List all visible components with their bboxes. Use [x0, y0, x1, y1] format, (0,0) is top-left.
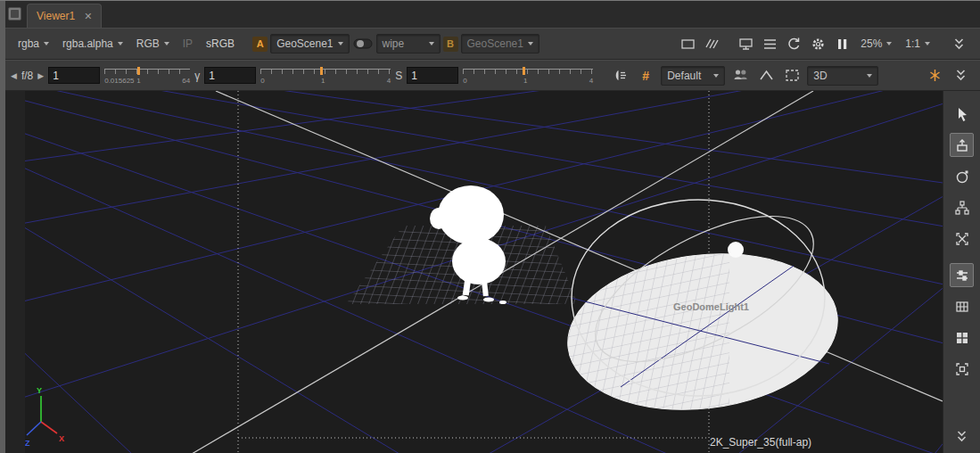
gamma-slider[interactable]: 0 1 4 — [260, 64, 391, 87]
3d-light-icon[interactable] — [609, 65, 630, 86]
gain-value: 1 — [53, 70, 59, 82]
viewer-toolbar-top: rgba rgba.alpha RGB IP sRGB A GeoScene1 … — [5, 28, 980, 60]
view-mode-dropdown[interactable]: 3D — [807, 66, 878, 86]
scanline-mode-icon[interactable] — [759, 33, 780, 54]
chevron-down-icon — [925, 42, 930, 45]
gain-slider[interactable]: 0.015625 1 64 — [104, 64, 190, 87]
collapse-row-chevrons-icon[interactable] — [950, 65, 971, 86]
geo-dome-light[interactable]: GeoDomeLight1 — [559, 186, 847, 424]
chevron-down-icon — [164, 42, 169, 45]
format-label: 2K_Super_35(full-ap) — [710, 436, 811, 449]
gain-input[interactable]: 1 — [48, 67, 100, 84]
viewer-side-toolbar — [943, 91, 980, 453]
collapse-row-chevrons-icon[interactable] — [948, 33, 969, 54]
saturation-label: S — [395, 70, 402, 82]
refresh-render-icon[interactable] — [783, 33, 804, 54]
grid-warp-button[interactable] — [950, 294, 974, 318]
gain-ruler — [104, 69, 190, 74]
multi-user-icon[interactable] — [729, 65, 751, 86]
scene-graph-button[interactable] — [950, 195, 974, 219]
fstop-label: f/8 — [21, 70, 33, 82]
gamma-tick-labels: 0 1 4 — [260, 77, 391, 86]
axis-x-label: X — [59, 434, 64, 443]
mask-overlay-icon[interactable] — [701, 33, 722, 54]
left-gutter — [5, 91, 25, 453]
layer-dropdown[interactable]: rgba — [12, 35, 54, 53]
channel-value: RGB — [136, 37, 160, 50]
input-a-source-dropdown[interactable]: GeoScene1 — [270, 34, 349, 54]
translate-tool-button[interactable] — [950, 133, 974, 157]
wipe-mode-dropdown[interactable]: wipe — [376, 34, 441, 54]
select-tool-button[interactable] — [950, 102, 974, 126]
chevron-down-icon — [528, 42, 533, 45]
chevron-down-icon — [886, 42, 892, 45]
saturation-value: 1 — [411, 70, 417, 82]
zoom-value: 25% — [861, 37, 882, 50]
rotate-tool-button[interactable] — [950, 164, 974, 188]
tab-viewer1[interactable]: Viewer1 ✕ — [27, 4, 102, 28]
proxy-scale-dropdown[interactable]: 1:1 — [900, 35, 935, 53]
gain-tick-labels: 0.015625 1 64 — [104, 77, 190, 86]
zoom-level-dropdown[interactable]: 25% — [855, 35, 897, 53]
tab-label: Viewer1 — [37, 10, 75, 22]
gamma-value: 1 — [209, 70, 215, 82]
overlay-value: Default — [667, 70, 701, 82]
wipe-center-toggle[interactable] — [352, 33, 374, 54]
prev-stop-button[interactable]: ◀ — [11, 71, 17, 80]
axis-z-label: Z — [25, 439, 30, 448]
saturation-input[interactable]: 1 — [407, 67, 458, 84]
gamma-label: γ — [194, 70, 200, 82]
tab-close-icon[interactable]: ✕ — [84, 11, 92, 22]
gamma-input[interactable]: 1 — [204, 67, 256, 84]
world-axis-lines — [192, 91, 943, 453]
pane-menu-button[interactable] — [8, 7, 21, 21]
collapse-side-toolbar-chevrons-icon[interactable] — [950, 424, 974, 449]
frame-selection-button[interactable] — [950, 357, 974, 381]
viewer-lut-button[interactable]: sRGB — [201, 35, 240, 53]
scene-canvas: GeoDomeLight1 2K_Super_35(full-ap) — [25, 91, 943, 453]
input-a-badge: A — [252, 37, 268, 52]
alpha-value: rgba.alpha — [62, 37, 113, 50]
saturation-ruler — [463, 69, 593, 74]
axis-y-label: Y — [37, 386, 42, 395]
proxy-value: 1:1 — [905, 37, 920, 50]
wipe-value: wipe — [383, 37, 405, 50]
chevron-down-icon — [44, 42, 49, 45]
viewer-window: Viewer1 ✕ rgba rgba.alpha RGB IP sRGB A … — [0, 0, 980, 453]
view-mode-value: 3D — [813, 70, 827, 82]
input-b-badge: B — [443, 37, 458, 52]
grid-snap-icon[interactable]: # — [635, 65, 656, 86]
saturation-tick-labels: 0 1 4 — [463, 77, 593, 86]
chevron-down-icon — [338, 42, 343, 45]
saturation-handle[interactable] — [523, 67, 525, 75]
gain-handle[interactable] — [137, 67, 140, 75]
pause-render-icon[interactable] — [831, 33, 852, 54]
dome-light-label: GeoDomeLight1 — [673, 301, 749, 312]
chevron-down-icon — [867, 74, 872, 78]
roi-select-icon[interactable] — [781, 65, 803, 86]
input-process-button[interactable]: IP — [177, 35, 198, 53]
curve-overlay-icon[interactable] — [755, 65, 777, 86]
channel-display-dropdown[interactable]: RGB — [131, 35, 175, 53]
monitor-output-icon[interactable] — [735, 33, 756, 54]
render-settings-gear-icon[interactable] — [807, 33, 828, 54]
input-b-source-dropdown[interactable]: GeoScene1 — [461, 34, 539, 54]
channel-sliders-button[interactable] — [950, 263, 974, 287]
input-a-value: GeoScene1 — [276, 37, 333, 50]
format-rect-icon[interactable] — [677, 33, 698, 54]
alpha-layer-dropdown[interactable]: rgba.alpha — [57, 35, 128, 53]
orange-gizmo-icon[interactable] — [924, 65, 945, 86]
viewport-3d[interactable]: GeoDomeLight1 2K_Super_35(full-ap) — [25, 91, 943, 453]
chevron-down-icon — [118, 42, 123, 45]
gamma-handle[interactable] — [320, 67, 323, 75]
layout-quad-button[interactable] — [950, 325, 974, 350]
viewer-toolbar-exposure: ◀ f/8 ▶ 1 0.015625 1 64 γ 1 0 1 4 S 1 — [5, 60, 980, 91]
scale-tool-button[interactable] — [950, 226, 974, 251]
dome-handle-sphere[interactable] — [728, 242, 744, 258]
chevron-down-icon — [713, 74, 719, 78]
saturation-slider[interactable]: 0 1 4 — [463, 64, 593, 87]
next-stop-button[interactable]: ▶ — [37, 71, 44, 80]
chevron-down-icon — [429, 42, 434, 45]
input-b-value: GeoScene1 — [467, 37, 523, 50]
overlay-dropdown[interactable]: Default — [661, 66, 725, 86]
